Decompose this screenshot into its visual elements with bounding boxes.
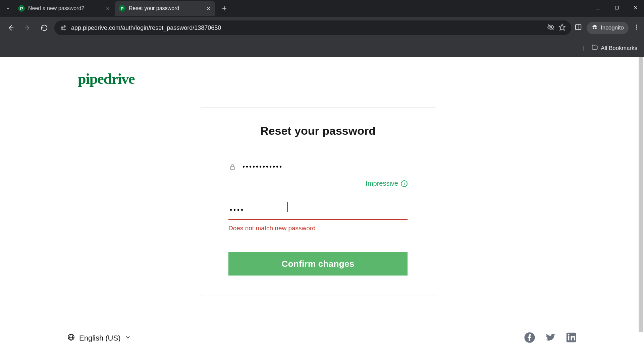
new-password-field[interactable]	[228, 161, 408, 176]
brand-logo: pipedrive	[78, 70, 135, 87]
incognito-indicator[interactable]: Incognito	[587, 22, 629, 34]
lock-icon	[228, 164, 236, 170]
site-settings-icon[interactable]	[60, 24, 67, 32]
browser-tab-active[interactable]: P Reset your password	[115, 1, 215, 16]
confirm-password-field[interactable]	[228, 204, 408, 220]
pipedrive-favicon-icon: P	[119, 5, 125, 12]
svg-point-13	[64, 25, 65, 26]
pipedrive-favicon-icon: P	[18, 5, 25, 12]
info-icon[interactable]: i	[401, 180, 408, 187]
svg-rect-32	[568, 336, 569, 341]
all-bookmarks-button[interactable]: All Bookmarks	[591, 44, 637, 52]
social-links	[524, 332, 577, 345]
new-tab-button[interactable]	[219, 3, 230, 14]
reset-password-card: Reset your password Impressive i Does no…	[200, 107, 436, 296]
svg-rect-26	[230, 167, 234, 169]
kebab-menu-icon[interactable]	[633, 24, 640, 32]
browser-tab-inactive[interactable]: P Need a new password?	[14, 1, 115, 16]
password-strength-indicator: Impressive i	[228, 180, 408, 187]
svg-point-15	[61, 27, 62, 28]
facebook-icon[interactable]	[524, 332, 535, 345]
error-message: Does not match new password	[228, 225, 408, 232]
incognito-label: Incognito	[601, 24, 624, 31]
page-viewport: pipedrive Reset your password Impressive…	[0, 57, 644, 362]
svg-point-25	[636, 28, 637, 29]
page-title: Reset your password	[228, 124, 408, 137]
confirm-changes-button[interactable]: Confirm changes	[228, 252, 408, 276]
text-cursor-icon	[287, 202, 288, 212]
page-footer: English (US)	[67, 332, 577, 345]
omnibox[interactable]: app.pipedrive.com/auth/login/reset_passw…	[54, 20, 571, 35]
svg-point-24	[636, 26, 637, 27]
svg-marker-20	[559, 24, 565, 30]
window-controls	[592, 3, 641, 13]
confirm-password-input[interactable]	[230, 206, 408, 214]
tab-close-button[interactable]	[205, 5, 211, 11]
separator: |	[583, 45, 584, 52]
nav-forward-button[interactable]	[21, 21, 34, 35]
twitter-icon[interactable]	[545, 332, 556, 345]
svg-rect-7	[615, 6, 618, 9]
tab-title: Reset your password	[129, 5, 202, 11]
tab-title: Need a new password?	[28, 5, 101, 11]
bookmarks-bar: | All Bookmarks	[0, 39, 644, 57]
scrollbar[interactable]	[638, 57, 644, 362]
url-text: app.pipedrive.com/auth/login/reset_passw…	[71, 24, 543, 32]
nav-back-button[interactable]	[4, 21, 17, 35]
window-close-button[interactable]	[630, 3, 641, 13]
tab-close-button[interactable]	[105, 5, 111, 11]
svg-rect-21	[576, 25, 581, 30]
browser-toolbar: app.pipedrive.com/auth/login/reset_passw…	[0, 17, 644, 39]
chevron-down-icon	[124, 334, 131, 343]
browser-chrome: P Need a new password? P Reset your pass…	[0, 0, 644, 57]
nav-reload-button[interactable]	[38, 21, 51, 35]
window-maximize-button[interactable]	[611, 3, 623, 13]
side-panel-icon[interactable]	[575, 23, 582, 32]
language-selector[interactable]: English (US)	[67, 333, 131, 343]
svg-point-33	[568, 334, 570, 336]
toolbar-right: Incognito	[575, 22, 640, 34]
globe-icon	[67, 333, 75, 343]
tabs-dropdown-button[interactable]	[2, 2, 14, 14]
linkedin-icon[interactable]	[566, 332, 577, 345]
scrollbar-thumb[interactable]	[639, 57, 643, 332]
window-minimize-button[interactable]	[592, 3, 604, 13]
strength-label: Impressive	[366, 180, 398, 187]
page-scroll-area[interactable]: pipedrive Reset your password Impressive…	[0, 57, 644, 362]
svg-point-17	[64, 29, 65, 30]
incognito-icon	[591, 24, 598, 32]
svg-point-23	[636, 25, 637, 26]
bookmark-star-icon[interactable]	[558, 23, 566, 33]
all-bookmarks-label: All Bookmarks	[601, 45, 637, 52]
tab-strip: P Need a new password? P Reset your pass…	[0, 0, 644, 17]
eye-off-icon[interactable]	[547, 23, 554, 33]
language-label: English (US)	[79, 334, 120, 343]
folder-icon	[591, 44, 598, 52]
new-password-input[interactable]	[243, 163, 408, 171]
